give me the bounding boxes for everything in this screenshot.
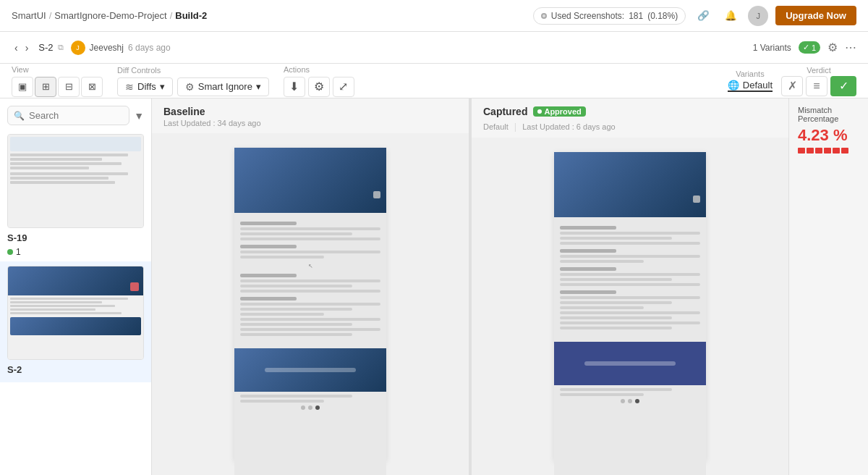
breadcrumb-org[interactable]: SmartUI	[12, 10, 46, 21]
diff-controls-label: Diff Controls	[117, 66, 269, 75]
captured-line3	[560, 242, 700, 245]
nav-arrows: ‹ ›	[12, 39, 31, 56]
second-bar-left: ‹ › S-2 ⧉ J Jeeveshj 6 days ago	[12, 39, 171, 56]
settings-action-button[interactable]: ⚙	[308, 77, 330, 97]
filter-button[interactable]: ▼	[134, 110, 144, 122]
usage-label: Used Screenshots:	[551, 11, 624, 21]
toolbar-left: View ▣ ⊞ ⊟ ⊠ Diff Controls ≋ Diffs ▾ ⚙ S…	[12, 65, 354, 97]
mismatch-block-1	[798, 148, 805, 154]
reject-verdict-button[interactable]: ✗	[781, 76, 803, 96]
sidebar-item-s19[interactable]: S-19 1	[0, 130, 151, 261]
baseline-line2	[240, 232, 352, 235]
baseline-fc-line1	[240, 395, 352, 398]
smart-ignore-dropdown[interactable]: ⚙ Smart Ignore ▾	[177, 77, 269, 96]
notification-icon-button[interactable]: 🔔	[720, 6, 741, 26]
mismatch-block-3	[815, 148, 822, 154]
mismatch-panel: Mismatch Percentage 4.23 %	[788, 98, 868, 475]
sidebar-items: S-19 1	[0, 130, 151, 475]
diffs-dropdown[interactable]: ≋ Diffs ▾	[117, 77, 173, 96]
variants-count-label: 1 Variants	[753, 43, 791, 53]
baseline-line5	[240, 256, 324, 258]
approved-status-text: Approved	[544, 107, 581, 116]
diffs-icon: ≋	[125, 81, 134, 93]
usage-dot-icon	[541, 13, 547, 19]
captured-line13	[560, 316, 672, 319]
captured-section1	[560, 226, 616, 230]
search-input[interactable]	[29, 110, 123, 121]
copy-icon[interactable]: ⧉	[58, 43, 64, 52]
baseline-section4	[240, 297, 297, 300]
view-overlay-btn[interactable]: ⊠	[81, 77, 103, 97]
baseline-fc-line2	[240, 400, 324, 403]
captured-meta-sep: |	[514, 121, 516, 132]
mismatch-block-2	[807, 148, 814, 154]
s19-thumbnail	[7, 134, 144, 228]
sidebar-item-s2[interactable]: S-2	[0, 261, 151, 382]
baseline-footer-bar	[265, 368, 356, 372]
variants-globe-icon: 🌐	[728, 80, 739, 91]
baseline-section1	[240, 222, 297, 225]
approved-badge: ✓ 1	[799, 41, 820, 54]
link-icon-button[interactable]: 🔗	[693, 6, 713, 26]
captured-fc-line2	[560, 393, 644, 396]
toolbar-right: Variants 🌐 Default Verdict ✗ ≡ ✓	[728, 66, 856, 96]
captured-hero	[554, 152, 706, 217]
baseline-hero	[234, 148, 386, 213]
actions-label: Actions	[284, 65, 354, 74]
settings-icon-button[interactable]: ⚙	[827, 41, 838, 54]
download-action-button[interactable]: ⬇	[284, 77, 305, 97]
view-side-by-side-btn[interactable]: ⊞	[35, 77, 56, 97]
captured-section3	[560, 267, 616, 271]
captured-line15	[560, 327, 672, 329]
captured-mock	[554, 152, 706, 475]
baseline-line1	[240, 227, 380, 230]
time-ago: 6 days ago	[128, 43, 171, 53]
baseline-mock: ↖	[234, 148, 386, 475]
breadcrumb-sep1: /	[49, 10, 52, 21]
s19-badge: 1	[7, 247, 21, 257]
baseline-line4	[240, 251, 380, 253]
more-options-button[interactable]: ⋯	[845, 41, 856, 54]
baseline-panel-header: Baseline Last Updated : 34 days ago	[152, 98, 469, 133]
baseline-line6	[240, 279, 380, 282]
captured-footer-bar	[584, 361, 676, 366]
breadcrumb-sep2: /	[170, 10, 173, 21]
user-avatar: J	[71, 41, 85, 55]
main-layout: 🔍 ▼	[0, 98, 868, 475]
s19-badge-count: 1	[16, 247, 21, 257]
view-group: View ▣ ⊞ ⊟ ⊠	[12, 65, 103, 97]
expand-action-button[interactable]: ⤢	[333, 77, 354, 97]
sidebar: 🔍 ▼	[0, 98, 152, 475]
baseline-subtitle: Last Updated : 34 days ago	[163, 119, 457, 127]
breadcrumb-project[interactable]: SmartIgnore-Demo-Project	[54, 10, 166, 21]
baseline-dots	[240, 405, 380, 410]
baseline-line3	[240, 238, 380, 240]
mismatch-bar	[798, 148, 859, 154]
baseline-screenshot-view[interactable]: ↖	[152, 133, 469, 475]
verdict-section: Verdict ✗ ≡ ✓	[781, 66, 856, 96]
breadcrumb: SmartUI / SmartIgnore-Demo-Project / Bui…	[12, 10, 207, 21]
view-single-btn[interactable]: ▣	[12, 77, 33, 97]
nav-prev-button[interactable]: ‹	[12, 39, 21, 56]
baseline-line8	[240, 290, 380, 293]
main-content: Baseline Last Updated : 34 days ago	[152, 98, 868, 475]
captured-marker	[693, 196, 700, 203]
upgrade-button[interactable]: Upgrade Now	[775, 6, 856, 25]
s19-thumb-inner	[8, 135, 143, 227]
baseline-line14	[240, 328, 380, 331]
nav-next-button[interactable]: ›	[22, 39, 32, 56]
view-split-btn[interactable]: ⊟	[58, 77, 80, 97]
comparison-area: Baseline Last Updated : 34 days ago	[152, 98, 868, 475]
default-btn-label: Default	[743, 80, 773, 91]
default-variant-button[interactable]: 🌐 Default	[728, 80, 773, 92]
search-box[interactable]: 🔍	[7, 106, 129, 125]
user-info: J Jeeveshj 6 days ago	[71, 41, 171, 55]
diffs-label: Diffs	[137, 81, 156, 92]
search-icon: 🔍	[14, 111, 25, 121]
view-label: View	[12, 65, 103, 74]
captured-screenshot-view[interactable]	[472, 138, 788, 475]
skip-verdict-button[interactable]: ≡	[806, 76, 827, 96]
variants-label: 1 Variants	[753, 43, 791, 53]
captured-line11	[560, 306, 644, 309]
approve-verdict-button[interactable]: ✓	[830, 76, 856, 96]
